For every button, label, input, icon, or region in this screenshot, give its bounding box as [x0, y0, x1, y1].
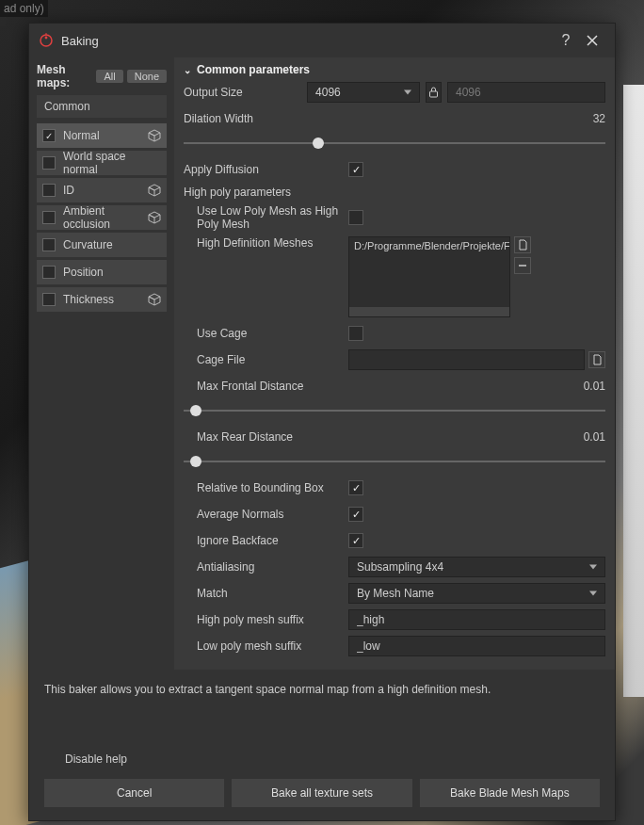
add-file-button[interactable] [514, 236, 531, 253]
sidebar-item-label: Curvature [63, 238, 146, 251]
sidebar-item-position[interactable]: Position [37, 260, 167, 284]
sidebar-item-world-space-normal[interactable]: World space normal [37, 151, 167, 175]
label-max-frontal: Max Frontal Distance [184, 380, 348, 393]
cube-icon [146, 293, 161, 306]
hd-meshes-list[interactable]: D:/Programme/Blender/Projekte/Fer [348, 236, 510, 317]
label-antialiasing: Antialiasing [184, 560, 348, 574]
slider-handle[interactable] [190, 456, 201, 467]
label-dilation: Dilation Width [184, 112, 348, 125]
cube-icon [146, 184, 161, 197]
cage-file-input[interactable] [348, 349, 585, 370]
sidebar-item-label: Ambient occlusion [63, 204, 146, 231]
cube-icon [146, 211, 161, 224]
label-rel-bbox: Relative to Bounding Box [184, 481, 348, 494]
label-hd-meshes: High Definition Meshes [184, 236, 348, 250]
close-button[interactable] [579, 27, 605, 54]
meshmaps-label: Mesh maps: [37, 63, 92, 89]
baking-icon [39, 33, 54, 48]
max-frontal-value: 0.01 [568, 380, 605, 393]
label-ignore-backface: Ignore Backface [184, 534, 348, 547]
max-rear-value: 0.01 [568, 430, 605, 444]
label-apply-diffusion: Apply Diffusion [184, 163, 348, 176]
cancel-button[interactable]: Cancel [44, 779, 224, 807]
sidebar-item-checkbox[interactable] [42, 129, 56, 142]
max-frontal-slider[interactable] [184, 400, 605, 421]
baking-dialog: Baking ? Mesh maps: All None Common Norm… [28, 23, 616, 821]
cage-file-browse-button[interactable] [588, 351, 605, 368]
sidebar-item-checkbox[interactable] [42, 238, 56, 251]
sidebar: Mesh maps: All None Common NormalWorld s… [29, 57, 174, 670]
ignore-backface-checkbox[interactable] [348, 533, 363, 548]
use-low-as-high-checkbox[interactable] [348, 210, 363, 225]
apply-diffusion-checkbox[interactable] [348, 162, 363, 177]
bake-selected-button[interactable]: Bake Blade Mesh Maps [420, 779, 600, 807]
use-cage-checkbox[interactable] [348, 326, 363, 341]
help-button[interactable]: ? [553, 27, 579, 54]
match-select[interactable]: By Mesh Name [348, 583, 605, 604]
output-size-y-input[interactable] [447, 82, 605, 103]
label-high-poly-params: High poly parameters [184, 186, 605, 199]
svg-rect-2 [430, 91, 438, 97]
sidebar-item-checkbox[interactable] [42, 211, 56, 224]
sidebar-item-label: ID [63, 184, 146, 197]
help-text: This baker allows you to extract a tange… [44, 683, 600, 696]
dilation-slider[interactable] [184, 133, 605, 154]
sidebar-item-checkbox[interactable] [42, 184, 56, 197]
chip-all[interactable]: All [96, 70, 122, 83]
label-match: Match [184, 587, 348, 600]
lock-aspect-button[interactable] [426, 82, 442, 103]
max-rear-slider[interactable] [184, 451, 605, 472]
hp-suffix-input[interactable] [348, 609, 605, 630]
sidebar-item-checkbox[interactable] [42, 293, 56, 306]
sidebar-item-checkbox[interactable] [42, 266, 56, 279]
sidebar-item-label: World space normal [63, 150, 146, 176]
remove-file-button[interactable] [514, 257, 531, 274]
sidebar-item-normal[interactable]: Normal [37, 123, 167, 148]
section-title: Common parameters [197, 63, 310, 76]
slider-handle[interactable] [313, 138, 324, 149]
sidebar-category[interactable]: Common [37, 95, 167, 118]
lp-suffix-input[interactable] [348, 636, 605, 656]
section-common-parameters[interactable]: ⌄ Common parameters [184, 63, 605, 76]
slider-handle[interactable] [190, 405, 201, 416]
label-cage-file: Cage File [184, 353, 348, 366]
chevron-down-icon: ⌄ [184, 65, 191, 75]
avg-normals-checkbox[interactable] [348, 507, 363, 522]
label-use-low-as-high: Use Low Poly Mesh as High Poly Mesh [184, 204, 348, 231]
label-avg-normals: Average Normals [184, 508, 348, 521]
chip-none[interactable]: None [127, 70, 167, 83]
output-size-select[interactable]: 4096 [307, 82, 420, 103]
sidebar-item-checkbox[interactable] [42, 156, 56, 170]
disable-help-link[interactable]: Disable help [65, 752, 600, 766]
sidebar-item-ambient-occlusion[interactable]: Ambient occlusion [37, 205, 167, 230]
hd-meshes-scrollbar[interactable] [349, 307, 509, 316]
bake-all-button[interactable]: Bake all texture sets [232, 779, 411, 807]
sidebar-item-label: Position [63, 266, 146, 279]
label-output-size: Output Size [184, 86, 307, 99]
svg-point-1 [45, 37, 48, 40]
label-hp-suffix: High poly mesh suffix [184, 613, 348, 626]
dialog-titlebar: Baking ? [29, 24, 615, 57]
rel-bbox-checkbox[interactable] [348, 480, 363, 495]
sidebar-item-curvature[interactable]: Curvature [37, 233, 167, 257]
antialiasing-select[interactable]: Subsampling 4x4 [348, 557, 605, 577]
parameters-panel: ⌄ Common parameters Output Size 4096 Dil… [174, 57, 615, 670]
cube-icon [146, 129, 161, 142]
sidebar-item-label: Thickness [63, 293, 146, 306]
sidebar-item-thickness[interactable]: Thickness [37, 287, 167, 312]
label-use-cage: Use Cage [184, 327, 348, 340]
window-titlebar-fragment: ad only) [0, 0, 48, 17]
label-max-rear: Max Rear Distance [184, 430, 348, 444]
dialog-footer: This baker allows you to extract a tange… [29, 670, 615, 820]
sidebar-item-id[interactable]: ID [37, 178, 167, 202]
label-lp-suffix: Low poly mesh suffix [184, 639, 348, 653]
dilation-value: 32 [568, 112, 605, 125]
dialog-title: Baking [61, 34, 553, 48]
sidebar-item-label: Normal [63, 129, 146, 142]
